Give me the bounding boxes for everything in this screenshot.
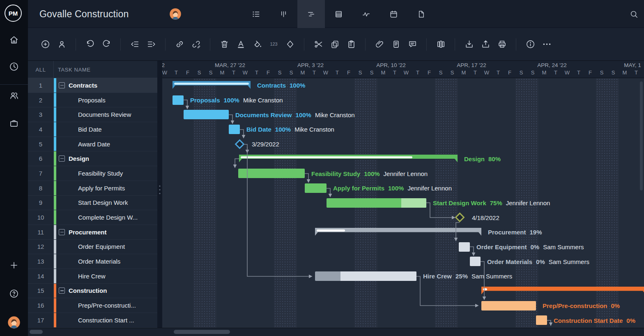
day-letter: T <box>573 70 584 76</box>
task-bar-9[interactable] <box>327 198 426 208</box>
user-avatar[interactable] <box>0 314 28 331</box>
task-color-strip <box>54 122 56 137</box>
summary-progress-stripe <box>241 156 412 158</box>
add-task-icon <box>40 39 51 49</box>
columns-button[interactable] <box>432 36 449 53</box>
table-row-8[interactable]: 8Apply for Permits <box>28 181 157 196</box>
table-row-10[interactable]: 10Complete Design W... <box>28 210 157 225</box>
export-button[interactable] <box>477 36 494 53</box>
collapse-icon[interactable] <box>59 287 65 294</box>
day-letter: S <box>366 70 377 76</box>
indent-button[interactable] <box>143 36 159 53</box>
paste-button[interactable] <box>343 36 359 53</box>
redo-button[interactable] <box>98 36 115 53</box>
task-name-label: Proposals <box>78 97 106 104</box>
panel-splitter[interactable] <box>157 61 162 328</box>
print-button[interactable] <box>494 36 510 53</box>
team-icon[interactable] <box>0 87 28 104</box>
table-row-13[interactable]: 13Order Materials <box>28 254 157 269</box>
help-icon[interactable] <box>0 285 28 302</box>
table-row-14[interactable]: 14Hire Crew <box>28 269 157 284</box>
unlink-button[interactable] <box>188 36 204 53</box>
task-bar-2[interactable] <box>172 95 184 105</box>
work-icon[interactable] <box>0 115 28 132</box>
collapse-icon[interactable] <box>59 82 65 88</box>
table-row-3[interactable]: 3Documents Review <box>28 107 157 122</box>
table-row-12[interactable]: 12Order Equipment <box>28 240 157 255</box>
cut-button[interactable] <box>310 36 327 53</box>
search-button[interactable] <box>623 0 644 28</box>
table-row-2[interactable]: 2Proposals <box>28 93 157 108</box>
project-title[interactable]: Govalle Construction <box>39 0 129 28</box>
task-bar-8[interactable] <box>305 183 327 193</box>
table-row-17[interactable]: 17Construction Start ... <box>28 313 157 328</box>
home-icon[interactable] <box>0 32 28 48</box>
task-name: Complete Design W... <box>59 210 156 225</box>
fill-color-button[interactable] <box>249 36 265 53</box>
collapse-icon[interactable] <box>59 229 65 235</box>
table-row-11[interactable]: 11Procurement <box>28 225 157 240</box>
info-button[interactable] <box>522 36 538 53</box>
table-row-9[interactable]: 9Start Design Work <box>28 196 157 211</box>
collapse-icon[interactable] <box>59 155 65 162</box>
task-name-label: Feasibility Study <box>78 170 123 177</box>
assign-icon <box>57 39 67 49</box>
task-bar-16[interactable] <box>481 301 536 311</box>
task-bar-3[interactable] <box>184 110 229 119</box>
task-bar-13[interactable] <box>470 257 481 266</box>
table-row-7[interactable]: 7Feasibility Study <box>28 166 157 181</box>
gantt-vscroll-thumb[interactable] <box>640 81 643 190</box>
doc-icon <box>416 9 426 19</box>
attachment-button[interactable] <box>371 36 388 53</box>
tab-calendar[interactable] <box>380 0 407 28</box>
summary-bar-6[interactable] <box>239 155 458 162</box>
comment-button[interactable] <box>404 36 421 53</box>
tab-activity[interactable] <box>352 0 380 28</box>
link-button[interactable] <box>171 36 188 53</box>
tab-list[interactable] <box>242 0 270 28</box>
task-bar-12[interactable] <box>459 242 470 252</box>
task-bar-4[interactable] <box>229 125 240 134</box>
row-number: 14 <box>28 269 53 283</box>
table-row-6[interactable]: 6Design <box>28 151 157 166</box>
plus-icon[interactable] <box>0 257 28 273</box>
sidebar-divider <box>0 84 28 85</box>
project-owner-avatar[interactable] <box>169 8 182 20</box>
undo-button[interactable] <box>82 36 98 53</box>
row-number: 13 <box>28 254 53 269</box>
table-row-1[interactable]: 1Contracts <box>28 78 157 93</box>
task-bar-14[interactable] <box>315 271 416 281</box>
row-number: 11 <box>28 225 53 239</box>
copy-button[interactable] <box>327 36 343 53</box>
table-row-5[interactable]: 5Award Date <box>28 137 157 152</box>
delete-button[interactable] <box>216 36 232 53</box>
milestone-diamond-5[interactable] <box>235 139 244 149</box>
table-hscroll-thumb[interactable] <box>30 330 43 334</box>
gantt-hscroll-thumb[interactable] <box>174 330 230 334</box>
font-color-button[interactable] <box>232 36 249 53</box>
table-row-16[interactable]: 16Prep/Pre-constructi... <box>28 298 157 313</box>
projectmanager-logo[interactable]: PM <box>5 5 22 22</box>
numbers-button[interactable]: 123 <box>265 36 282 53</box>
import-button[interactable] <box>461 36 477 53</box>
table-row-4[interactable]: 4Bid Date <box>28 122 157 137</box>
bar-label-13: Order Materials0%Sam Summers <box>487 254 589 269</box>
tab-sheet[interactable] <box>325 0 352 28</box>
tab-board[interactable] <box>270 0 297 28</box>
add-task-button[interactable] <box>37 36 53 53</box>
task-bar-7[interactable] <box>238 169 305 178</box>
notes-button[interactable] <box>388 36 404 53</box>
column-header-task-name[interactable]: TASK NAME <box>58 61 91 78</box>
assign-button[interactable] <box>53 36 70 53</box>
clock-icon[interactable] <box>0 58 28 75</box>
milestone-button[interactable] <box>282 36 298 53</box>
bar-assignee: Sam Summers <box>472 273 512 280</box>
summary-bar-15[interactable] <box>481 287 644 294</box>
tab-doc[interactable] <box>407 0 435 28</box>
column-header-all[interactable]: ALL <box>28 61 53 78</box>
table-row-15[interactable]: 15Construction <box>28 284 157 299</box>
more-button[interactable] <box>538 36 555 53</box>
task-bar-17[interactable] <box>536 315 547 325</box>
outdent-button[interactable] <box>126 36 143 53</box>
tab-gantt[interactable] <box>297 0 325 28</box>
